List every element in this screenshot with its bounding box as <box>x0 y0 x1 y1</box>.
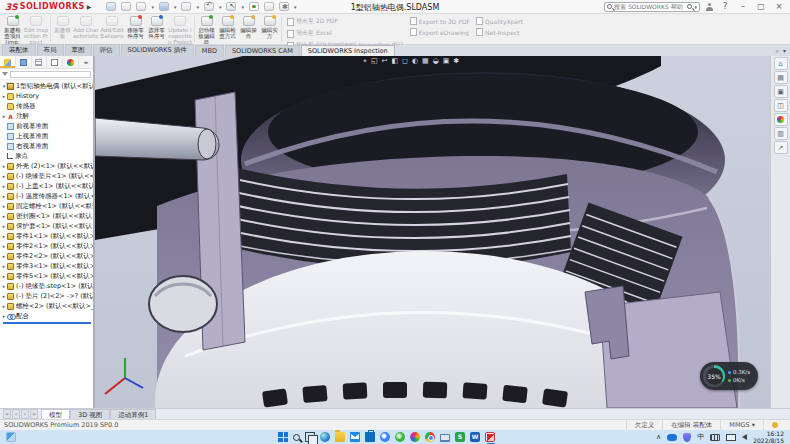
solidworks-resources-icon[interactable]: ⌂ <box>774 57 788 70</box>
solidworks-forum-icon[interactable]: ↗ <box>774 141 788 154</box>
ime-language-indicator[interactable]: 中 <box>697 432 704 442</box>
new-template-button[interactable]: 新建模板 <box>52 15 73 44</box>
tree-root[interactable]: ▾1型铝轴热电偶 (默认<默认_显示状态-1 <box>1 81 93 91</box>
tabbar-options-icon[interactable]: ▾ <box>783 47 786 55</box>
select-dropdown-icon[interactable]: ▾ <box>241 4 244 10</box>
tree-item-front-plane[interactable]: 前视基准面 <box>1 121 93 131</box>
hide-show-items-icon[interactable]: ▦ <box>422 57 429 66</box>
tab-mbd[interactable]: MBD <box>195 45 224 56</box>
edit-inspection-method-button[interactable]: 编辑检查方式 <box>217 15 238 44</box>
volume-icon[interactable] <box>742 434 747 440</box>
security-shield-icon[interactable] <box>683 433 691 442</box>
taskbar-search-icon[interactable] <box>293 434 300 441</box>
solidworks-taskbar-icon[interactable] <box>485 432 495 442</box>
undo-icon[interactable] <box>204 2 214 11</box>
net-inspect-button[interactable]: Net-Inspect <box>476 28 523 36</box>
select-icon[interactable] <box>226 2 236 11</box>
tree-item-sensors[interactable]: 传感器 <box>1 101 93 111</box>
rebuild-icon[interactable] <box>249 2 259 11</box>
model-3d[interactable] <box>95 56 790 408</box>
search-input[interactable] <box>614 3 685 10</box>
wps-app-icon[interactable]: S <box>455 432 465 442</box>
filter-input[interactable] <box>10 71 91 78</box>
tree-item-component[interactable]: ▸(-) 垫片 (2)<2> ->? (默认<<默认> <box>1 291 93 301</box>
add-edit-balloons-button[interactable]: Add/Edit Balloons <box>99 15 125 44</box>
custom-properties-icon[interactable]: ▥ <box>774 127 788 140</box>
edit-operation-button[interactable]: 编辑操作 <box>238 15 259 44</box>
tree-item-component[interactable]: ▸(-) 绝缘垫.step<1> (默认<<默认> <box>1 281 93 291</box>
filter-funnel-icon[interactable] <box>2 72 8 76</box>
tab-layout[interactable]: 布局 <box>37 44 64 56</box>
graphics-viewport[interactable]: ⌖ ◱ ↩ ◧ ◻ ◐ ▦ ◒ ▣ ✱ ⌂ ▤ ▣ ◫ ▥ ↗ 35% 0.3K… <box>95 56 790 408</box>
home-icon[interactable] <box>106 2 116 11</box>
monitor-icon[interactable] <box>726 434 736 441</box>
save-dropdown-icon[interactable]: ▾ <box>174 4 177 10</box>
zoom-to-area-icon[interactable]: ◱ <box>371 57 378 66</box>
file-properties-icon[interactable] <box>264 2 274 11</box>
tree-item-component[interactable]: ▸保护套<1> (默认<<默认>_显示状 <box>1 221 93 231</box>
new-document-icon[interactable] <box>121 2 131 11</box>
view-orientation-icon[interactable]: ◻ <box>402 57 408 66</box>
save-icon[interactable] <box>159 2 169 11</box>
tree-item-component[interactable]: ▸(-) 上盖<1> (默认<<默认>_显示状 <box>1 181 93 191</box>
performance-monitor-widget[interactable]: 35% 0.3K/s 0K/s <box>700 362 758 390</box>
edit-appearance-icon[interactable]: ◒ <box>433 57 439 66</box>
microsoft-store-icon[interactable] <box>365 432 375 442</box>
tab-nav-controls[interactable]: «‹›» <box>0 409 41 419</box>
tab-inspection[interactable]: SOLIDWORKS Inspection <box>301 45 395 56</box>
select-balloons-button[interactable]: 选择零件序号 <box>146 15 167 44</box>
tree-item-origin[interactable]: 原点 <box>1 151 93 161</box>
configuration-manager-tab[interactable] <box>32 56 48 68</box>
tree-item-component[interactable]: ▸螺栓<2> (默认<<默认>_显示状态 <box>1 301 93 311</box>
edit-supplier-button[interactable]: 编辑实方 <box>259 15 280 44</box>
export-excel-button[interactable]: 导出至 Excel <box>287 29 404 38</box>
menu-expand-icon[interactable]: ▶ <box>87 3 92 10</box>
tab-3d-views[interactable]: 3D 视图 <box>70 409 110 419</box>
dimxpert-manager-tab[interactable] <box>47 56 63 68</box>
apply-scene-icon[interactable]: ▣ <box>443 57 450 66</box>
app-green-icon[interactable] <box>395 432 405 442</box>
tree-item-component[interactable]: ▸外壳 (2)<1> (默认<<默认>_显示状 <box>1 161 93 171</box>
help-button[interactable]: ? <box>719 2 731 11</box>
new-inspection-project-button[interactable]: 新建检查项目 (imp;W) <box>2 15 23 44</box>
tree-item-annotations[interactable]: ▸A注解 <box>1 111 93 121</box>
file-explorer-taskbar-icon[interactable] <box>335 432 345 442</box>
tab-motion-study[interactable]: 运动算例1 <box>110 409 156 419</box>
tree-item-mates[interactable]: ▸配合 <box>1 311 93 321</box>
tree-item-component[interactable]: ▸零件2<1> (默认<<默认>_显示状态 <box>1 241 93 251</box>
display-style-icon[interactable]: ◐ <box>412 57 418 66</box>
onedrive-icon[interactable] <box>667 434 677 441</box>
tree-item-component[interactable]: ▸零件1<1> (默认<<默认>_显示状态 <box>1 231 93 241</box>
app-blue-icon[interactable] <box>380 432 390 442</box>
minimize-button[interactable]: – <box>737 2 749 11</box>
tree-item-component[interactable]: ▸(-) 温度传感器<1> (默认<<默认>_ <box>1 191 93 201</box>
search-go-icon[interactable] <box>687 4 692 9</box>
print-dropdown-icon[interactable]: ▾ <box>196 4 199 10</box>
file-explorer-icon[interactable]: ▣ <box>774 85 788 98</box>
export-edrawing-button[interactable]: Export eDrawing <box>410 28 471 36</box>
edit-inspection-project-button[interactable]: Edit Inspection Project <box>23 15 49 44</box>
restore-button[interactable]: ▢ <box>755 2 767 11</box>
mail-icon[interactable] <box>350 432 360 442</box>
tab-model[interactable]: 模型 <box>41 409 70 419</box>
tree-item-component[interactable]: ▸(-) 绝缘垫片<1> (默认<<默认>_显 <box>1 171 93 181</box>
view-settings-icon[interactable]: ✱ <box>453 57 459 66</box>
tree-item-top-plane[interactable]: 上视基准面 <box>1 131 93 141</box>
zoom-to-fit-icon[interactable]: ⌖ <box>363 57 367 66</box>
task-view-icon[interactable] <box>305 432 315 442</box>
tree-item-component[interactable]: ▸零件2<2> (默认<<默认>_显示状态 <box>1 251 93 261</box>
tree-item-right-plane[interactable]: 右视基准面 <box>1 141 93 151</box>
display-manager-tab[interactable] <box>63 56 79 68</box>
export-2d-pdf-button[interactable]: 导出至 2D PDF <box>287 17 404 26</box>
tab-cam[interactable]: SOLIDWORKS CAM <box>225 45 300 56</box>
device-app-icon[interactable] <box>440 434 450 442</box>
tab-addins[interactable]: SOLIDWORKS 插件 <box>121 44 194 56</box>
remove-balloons-button[interactable]: 移除零件序号 <box>125 15 146 44</box>
section-view-icon[interactable]: ◧ <box>391 57 398 66</box>
add-characteristic-button[interactable]: Add Characteristic <box>73 15 99 44</box>
status-tag-icon[interactable] <box>763 420 786 430</box>
tab-scroll-arrows[interactable]: ◂▸ <box>79 56 93 68</box>
tree-item-component[interactable]: ▸零件5<1> (默认<<默认>_显示状态 <box>1 271 93 281</box>
app-color-icon[interactable] <box>410 432 420 442</box>
search-dropdown-icon[interactable]: ▾ <box>694 4 697 10</box>
